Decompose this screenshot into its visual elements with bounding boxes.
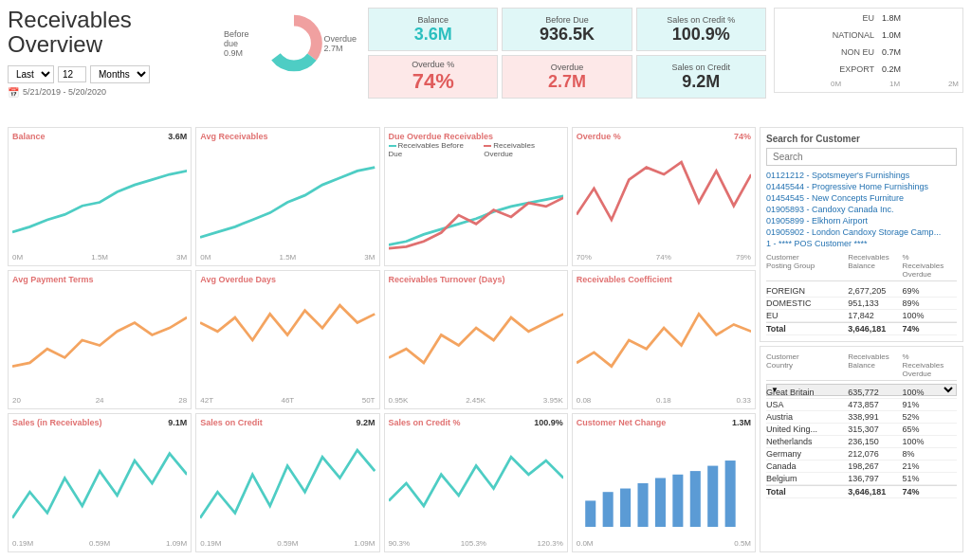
kpi-overdue-pct-label: Overdue %	[412, 60, 454, 69]
avg-rec-sparkline	[200, 141, 375, 253]
kpi-sales-credit-value: 9.2M	[682, 72, 720, 92]
rec-coeff-body	[577, 284, 751, 396]
chart-balance-title: Balance	[12, 132, 46, 141]
svg-rect-5	[620, 489, 631, 528]
title-area: Receivables Overview Last Months 📅 5/21/…	[8, 8, 216, 98]
pg-domestic-label: DOMESTIC	[766, 298, 848, 308]
due-overdue-body	[389, 160, 563, 262]
chart-rec-turnover: Receivables Turnover (Days) 0.95K2.45K3.…	[384, 270, 568, 409]
eu-label: EU	[822, 13, 874, 23]
due-overdue-title: Due Overdue Receivables	[389, 132, 494, 141]
region-bar-chart: EU 1.8M NATIONAL 1.0M NON	[774, 8, 963, 93]
national-label: NATIONAL	[822, 30, 874, 40]
rec-coeff-sparkline	[577, 284, 751, 396]
pg-eu-balance: 17,842	[848, 311, 902, 320]
ct-col-country: CustomerCountry	[766, 352, 848, 378]
overdue-pct-sparkline	[577, 141, 751, 253]
right-panel-wrapper: Search for Customer 01121212 - Spotsmeye…	[760, 127, 963, 552]
sales-on-credit-sparkline	[200, 427, 375, 539]
kpi-sales-credit-label: Sales on Credit	[672, 63, 731, 72]
avg-payment-title: Avg Payment Terms	[12, 275, 94, 284]
svg-rect-4	[602, 492, 613, 527]
date-range-label: 5/21/2019 - 5/20/2020	[23, 87, 106, 97]
period-select[interactable]: Last	[8, 65, 54, 83]
chart-row-1: Balance 3.6M 0M1.5M3M Avg Rece	[8, 127, 756, 266]
chart-avg-payment: Avg Payment Terms 202428	[8, 270, 192, 409]
rec-turnover-sparkline	[389, 284, 563, 396]
rec-turnover-title: Receivables Turnover (Days)	[389, 275, 505, 284]
customer-item-6[interactable]: 1 - **** POS Customer ****	[766, 238, 957, 249]
overdue-pct-val: 74%	[734, 132, 751, 141]
ct-col-pct: %ReceivablesOverdue	[903, 352, 957, 378]
calendar-icon: 📅	[8, 87, 19, 98]
kpi-overdue-value: 2.7M	[548, 72, 586, 92]
ct-row-total: Total 3,646,181 74%	[766, 485, 957, 498]
donut-chart	[264, 8, 324, 79]
svg-rect-11	[724, 461, 735, 527]
donut-labels-right: Overdue 2.7M	[324, 34, 357, 53]
avg-overdue-days-body	[200, 284, 375, 396]
chart-row-3: Sales (in Receivables) 9.1M 0.19M0.59M1.…	[8, 413, 756, 552]
sales-credit-pct-title: Sales on Credit %	[389, 418, 461, 427]
national-val: 1.0M	[882, 30, 915, 40]
top-section: Receivables Overview Last Months 📅 5/21/…	[8, 8, 963, 121]
svg-rect-10	[707, 466, 718, 527]
sales-on-credit-val: 9.2M	[356, 418, 375, 427]
customer-item-1[interactable]: 01445544 - Progressive Home Furnishings	[766, 181, 957, 192]
avg-rec-body	[200, 141, 375, 253]
sales-on-credit-body	[200, 427, 375, 539]
pg-domestic-pct: 89%	[903, 298, 957, 308]
avg-overdue-sparkline	[200, 284, 375, 396]
period-number-input[interactable]	[58, 66, 86, 82]
avg-payment-body	[12, 284, 187, 396]
customer-item-0[interactable]: 01121212 - Spotsmeyer's Furnishings	[766, 170, 957, 181]
chart-balance-value: 3.6M	[168, 132, 187, 141]
sales-in-rec-body	[12, 427, 187, 539]
customer-item-2[interactable]: 01454545 - New Concepts Furniture	[766, 192, 957, 204]
avg-overdue-days-title: Avg Overdue Days	[200, 275, 276, 284]
overdue-pct-title: Overdue %	[577, 132, 621, 141]
avg-payment-sparkline	[12, 284, 187, 396]
customer-item-4[interactable]: 01905899 - Elkhorn Airport	[766, 215, 957, 226]
kpi-area: Balance 3.6M Before Due 936.5K Sales on …	[368, 8, 766, 99]
main-content: Balance 3.6M 0M1.5M3M Avg Rece	[8, 127, 963, 552]
page-title: Receivables Overview	[8, 8, 216, 58]
svg-rect-3	[585, 500, 595, 527]
country-table-panel: CustomerCountry ReceivablesBalance %Rece…	[760, 346, 963, 552]
pg-col-balance: ReceivablesBalance	[848, 253, 902, 279]
net-change-body	[577, 427, 751, 539]
pg-foreign-label: FOREIGN	[766, 286, 848, 296]
dashboard: Receivables Overview Last Months 📅 5/21/…	[0, 0, 971, 560]
noneu-val: 0.7M	[882, 47, 915, 57]
net-change-val: 1.3M	[732, 418, 751, 427]
chart-row-2: Avg Payment Terms 202428 Avg Overdue Day…	[8, 270, 756, 409]
svg-rect-7	[655, 478, 666, 527]
customer-item-3[interactable]: 01905893 - Candoxy Canada Inc.	[766, 204, 957, 215]
rec-coeff-title: Receivables Coefficient	[577, 275, 672, 284]
kpi-overdue-pct-value: 74%	[412, 69, 454, 94]
overdue-pct-body	[577, 141, 751, 253]
sales-on-credit-title: Sales on Credit	[200, 418, 263, 427]
svg-point-2	[277, 27, 309, 59]
kpi-sales-credit-pct-value: 100.9%	[672, 25, 730, 45]
due-overdue-legend: Receivables Before Due Receivables Overd…	[389, 141, 563, 158]
customer-item-5[interactable]: 01905902 - London Candoxy Storage Camp..…	[766, 226, 957, 238]
chart-rec-coeff: Receivables Coefficient 0.080.180.33	[572, 270, 756, 409]
search-panel: Search for Customer 01121212 - Spotsmeye…	[760, 127, 963, 342]
chart-overdue-pct: Overdue % 74% 70%74%79%	[572, 127, 756, 266]
export-val: 0.2M	[882, 64, 915, 74]
kpi-balance-label: Balance	[417, 15, 449, 25]
unit-select[interactable]: Months	[90, 65, 150, 83]
search-input[interactable]	[766, 148, 957, 166]
pg-foreign-pct: 69%	[903, 286, 957, 296]
pg-total-pct: 74%	[903, 324, 957, 334]
eu-bar-row: EU 1.8M NATIONAL 1.0M NON	[779, 12, 959, 77]
donut-labels: Before due 0.9M	[224, 29, 260, 58]
ct-row-5: Germany 212,076 8%	[766, 448, 957, 461]
kpi-sales-credit-pct: Sales on Credit % 100.9%	[636, 8, 766, 51]
filter-row: Last Months	[8, 65, 216, 83]
svg-rect-6	[637, 483, 648, 527]
sales-in-rec-title: Sales (in Receivables)	[12, 418, 102, 427]
date-row: 📅 5/21/2019 - 5/20/2020	[8, 87, 216, 98]
kpi-overdue-label: Overdue	[551, 63, 584, 72]
